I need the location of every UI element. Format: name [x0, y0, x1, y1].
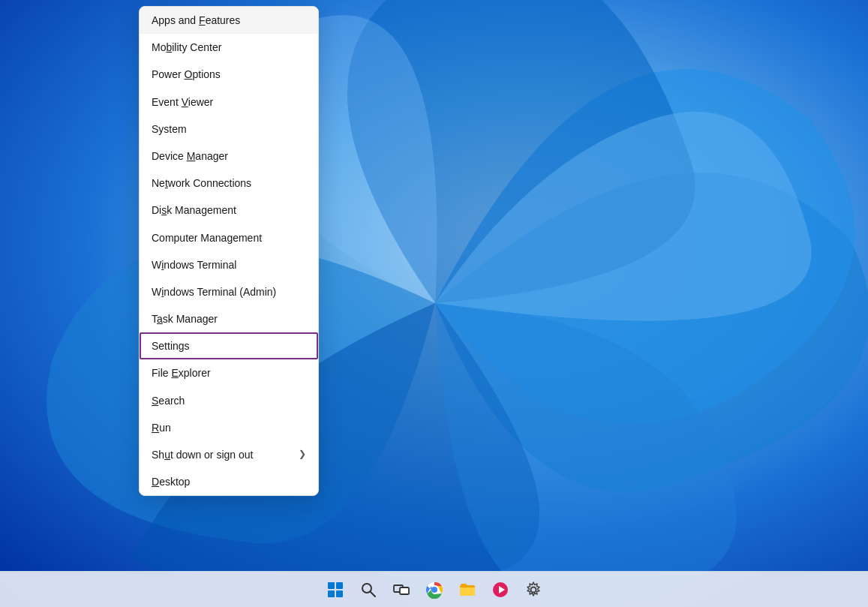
svg-point-10	[431, 587, 437, 593]
menu-item-windows-terminal[interactable]: Windows Terminal	[140, 251, 318, 278]
file-explorer-taskbar-button[interactable]	[452, 575, 482, 605]
menu-item-power-options[interactable]: Power Options	[140, 61, 318, 88]
svg-rect-2	[336, 582, 343, 589]
settings-taskbar-button[interactable]	[518, 575, 548, 605]
menu-item-label: Network Connections	[152, 176, 251, 190]
menu-item-run[interactable]: Run	[140, 414, 318, 441]
svg-rect-8	[400, 587, 409, 594]
svg-rect-3	[328, 590, 335, 597]
svg-rect-1	[328, 582, 335, 589]
menu-item-label: Apps and Features	[152, 14, 240, 27]
menu-item-label: Computer Management	[152, 231, 262, 245]
menu-item-system[interactable]: System	[140, 116, 318, 143]
menu-item-task-manager[interactable]: Task Manager	[140, 305, 318, 332]
start-button[interactable]	[320, 575, 350, 605]
copilot-button[interactable]	[485, 575, 515, 605]
menu-item-label: Windows Terminal (Admin)	[152, 285, 276, 299]
taskbar	[0, 571, 868, 607]
menu-item-label: File Explorer	[152, 366, 211, 380]
menu-item-network-connections[interactable]: Network Connections	[140, 170, 318, 197]
svg-point-13	[530, 587, 536, 592]
menu-item-label: Disk Management	[152, 203, 236, 217]
context-menu: Apps and FeaturesMobility CenterPower Op…	[139, 6, 319, 496]
menu-item-label: Run	[152, 421, 171, 434]
menu-item-search[interactable]: Search	[140, 387, 318, 414]
wallpaper-swirl	[0, 0, 868, 607]
desktop-background	[0, 0, 868, 607]
menu-item-label: Search	[152, 394, 185, 407]
menu-item-computer-management[interactable]: Computer Management	[140, 224, 318, 251]
menu-item-apps-features[interactable]: Apps and Features	[140, 7, 318, 34]
menu-item-label: Power Options	[152, 68, 221, 81]
menu-item-mobility-center[interactable]: Mobility Center	[140, 34, 318, 61]
menu-item-desktop[interactable]: Desktop	[140, 468, 318, 495]
menu-item-disk-management[interactable]: Disk Management	[140, 197, 318, 224]
menu-item-windows-terminal-admin[interactable]: Windows Terminal (Admin)	[140, 278, 318, 305]
menu-item-label: Mobility Center	[152, 41, 221, 54]
menu-item-label: Settings	[152, 339, 190, 353]
menu-item-label: System	[152, 122, 187, 136]
menu-item-file-explorer[interactable]: File Explorer	[140, 359, 318, 386]
svg-line-6	[370, 591, 375, 596]
menu-item-label: Shut down or sign out	[152, 448, 253, 461]
menu-item-event-viewer[interactable]: Event Viewer	[140, 89, 318, 116]
chrome-icon[interactable]	[419, 575, 449, 605]
search-taskbar-button[interactable]	[353, 575, 383, 605]
menu-item-shut-down-sign-out[interactable]: Shut down or sign out❯	[140, 441, 318, 468]
menu-item-label: Task Manager	[152, 312, 218, 326]
menu-item-device-manager[interactable]: Device Manager	[140, 143, 318, 170]
menu-item-label: Device Manager	[152, 149, 228, 163]
task-view-button[interactable]	[386, 575, 416, 605]
menu-item-label: Windows Terminal	[152, 258, 236, 272]
menu-item-label: Desktop	[152, 475, 190, 488]
menu-item-label: Event Viewer	[152, 95, 213, 109]
menu-item-settings[interactable]: Settings	[140, 332, 318, 359]
submenu-arrow-icon: ❯	[299, 449, 306, 461]
svg-rect-4	[336, 590, 343, 597]
